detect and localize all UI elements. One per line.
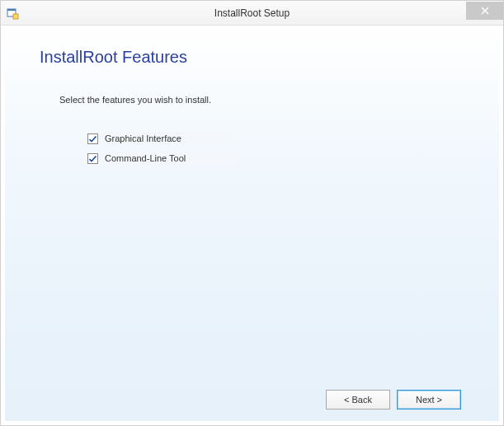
checkmark-icon <box>88 134 97 143</box>
feature-list: Graphical Interface Command-Line Tool <box>87 133 469 172</box>
window-title: InstallRoot Setup <box>1 7 503 19</box>
checkmark-icon <box>88 154 97 163</box>
back-button[interactable]: < Back <box>326 390 390 410</box>
feature-item-command-line-tool: Command-Line Tool <box>87 152 469 164</box>
feature-label: Graphical Interface <box>103 133 231 144</box>
instruction-text: Select the features you wish to install. <box>59 95 469 105</box>
feature-checkbox-command-line-tool[interactable] <box>87 153 98 164</box>
page-heading: InstallRoot Features <box>40 48 469 67</box>
next-button[interactable]: Next > <box>397 390 461 410</box>
feature-checkbox-graphical-interface[interactable] <box>87 133 98 144</box>
feature-label: Command-Line Tool <box>103 152 235 164</box>
feature-item-graphical-interface: Graphical Interface <box>87 133 469 144</box>
titlebar: InstallRoot Setup <box>1 1 503 26</box>
installer-icon <box>6 7 19 20</box>
wizard-content: InstallRoot Features Select the features… <box>1 26 503 425</box>
svg-rect-2 <box>13 14 18 19</box>
close-icon <box>481 7 489 15</box>
wizard-button-row: < Back Next > <box>35 378 469 421</box>
close-button[interactable] <box>466 2 503 20</box>
svg-rect-1 <box>7 9 16 11</box>
installer-window: InstallRoot Setup InstallRoot Features S… <box>0 0 504 426</box>
